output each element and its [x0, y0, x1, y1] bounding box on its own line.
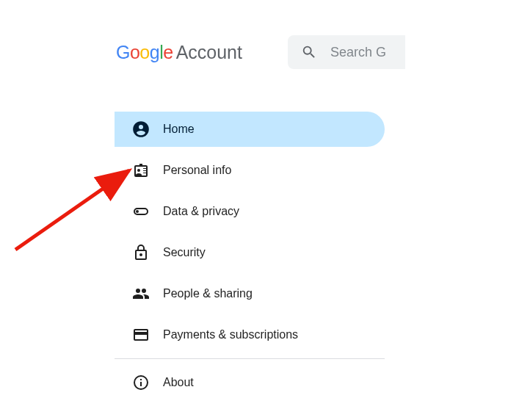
logo-letter-o1: o — [130, 42, 139, 62]
sidebar-item-personal-info[interactable]: Personal info — [115, 153, 385, 188]
logo: Google Account — [116, 42, 242, 63]
logo-letter-o2: o — [139, 42, 149, 62]
sidebar-item-about[interactable]: About — [115, 365, 385, 400]
search-input[interactable]: Search G — [288, 35, 405, 69]
sidebar-item-label: About — [163, 376, 194, 389]
account-circle-icon — [132, 120, 150, 138]
id-card-icon — [132, 162, 150, 179]
credit-card-icon — [132, 326, 150, 344]
search-icon — [301, 44, 317, 60]
search-placeholder: Search G — [330, 45, 386, 60]
sidebar-item-label: People & sharing — [163, 287, 253, 300]
sidebar-item-label: Payments & subscriptions — [163, 328, 298, 341]
header: Google Account Search G — [116, 35, 508, 69]
sidebar-item-people-sharing[interactable]: People & sharing — [115, 276, 385, 311]
sidebar-item-home[interactable]: Home — [115, 112, 385, 147]
logo-letter-g2: g — [150, 42, 159, 62]
product-name: Account — [176, 42, 242, 63]
sidebar-item-data-privacy[interactable]: Data & privacy — [115, 194, 385, 229]
sidebar-item-payments[interactable]: Payments & subscriptions — [115, 317, 385, 352]
info-icon — [132, 374, 150, 391]
sidebar-item-label: Data & privacy — [163, 205, 239, 218]
logo-letter-e: e — [163, 42, 173, 62]
sidebar-item-label: Personal info — [163, 164, 231, 177]
sidebar-item-label: Security — [163, 246, 206, 259]
toggle-icon — [132, 203, 150, 220]
people-icon — [132, 285, 150, 303]
sidebar-item-security[interactable]: Security — [115, 235, 385, 270]
google-wordmark: Google — [116, 42, 173, 63]
nav-divider — [115, 358, 385, 359]
logo-letter-g: G — [116, 42, 130, 62]
lock-icon — [132, 244, 150, 261]
sidebar-item-label: Home — [163, 123, 195, 136]
sidebar-nav: Home Personal info Data & privacy Securi… — [115, 112, 508, 400]
